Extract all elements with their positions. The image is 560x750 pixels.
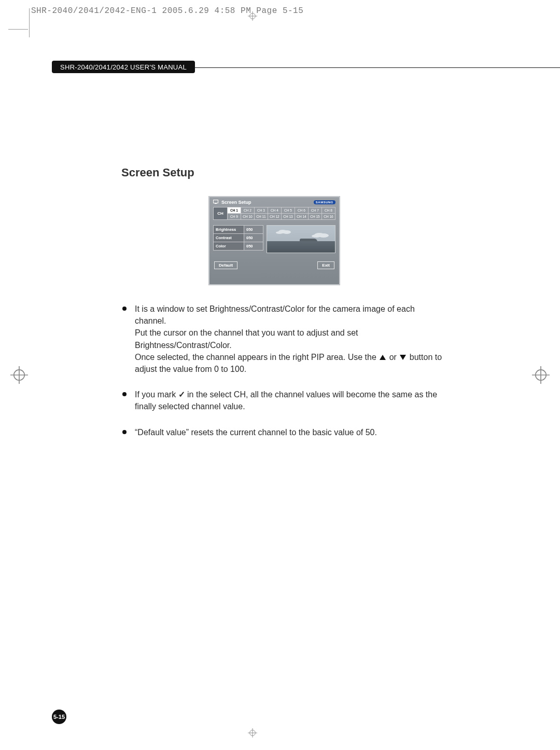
manual-title-pill: SHR-2040/2041/2042 USER'S MANUAL [52,61,195,73]
osd-title-text: Screen Setup [221,200,251,205]
pip-preview [267,225,335,253]
param-label: Contrast [213,234,244,242]
registration-mark-icon [248,11,257,21]
section-heading: Screen Setup [121,166,194,179]
list-item: If you mark ✓ in the select CH, all the … [121,388,444,412]
monitor-icon [213,200,218,205]
channel-cell[interactable]: CH 11 [255,213,268,220]
text: Put the cursor on the channel that you w… [135,328,358,349]
param-value[interactable]: 050 [244,225,263,234]
text: Once selected, the channel appears in th… [135,353,379,362]
channel-cell[interactable]: CH 13 [282,213,295,220]
osd-screenshot: Screen Setup SAMSUNG CH CH 1 CH 2 CH 3 C… [208,196,340,285]
trim-mark [29,8,30,37]
registration-mark-icon [248,728,257,738]
channel-cell[interactable]: CH 8 [322,207,335,213]
channel-cell[interactable]: CH 15 [309,213,322,220]
trim-mark [8,29,28,30]
up-arrow-icon [380,355,386,360]
text: or [389,353,399,362]
channel-cell[interactable]: CH 16 [322,213,335,220]
channel-cell[interactable]: CH 5 [282,207,295,213]
registration-mark-icon [532,366,550,384]
print-meta-header: SHR-2040/2041/2042-ENG-1 2005.6.29 4:58 … [31,6,303,16]
page-number-badge: 5-15 [52,710,66,724]
osd-title: Screen Setup [213,200,251,205]
channel-cell[interactable]: CH 3 [255,207,268,213]
param-label: Brightness [213,225,244,234]
param-value[interactable]: 050 [244,242,263,251]
channel-cell[interactable]: CH 1 [228,207,241,213]
channel-cell[interactable]: CH 12 [268,213,282,220]
ch-label: CH [213,207,228,220]
channel-cell[interactable]: CH 6 [295,207,309,213]
registration-mark-icon [10,366,28,384]
text: “Default value” resets the current chann… [135,428,377,437]
exit-button[interactable]: Exit [317,261,334,269]
svg-rect-12 [214,200,218,203]
default-button[interactable]: Default [214,261,237,269]
channel-cell[interactable]: CH 2 [241,207,255,213]
header-rule: SHR-2040/2041/2042 USER'S MANUAL [52,67,560,79]
channel-cell[interactable]: CH 7 [309,207,322,213]
list-item: It is a window to set Brightness/Contras… [121,303,444,375]
check-icon: ✓ [178,388,185,400]
down-arrow-icon [400,355,406,360]
brand-logo: SAMSUNG [314,200,335,204]
channel-cell[interactable]: CH 14 [295,213,309,220]
param-table: Brightness 050 Contrast 050 Color 050 [213,225,263,253]
param-label: Color [213,242,244,251]
param-value[interactable]: 050 [244,234,263,242]
channel-cell[interactable]: CH 10 [241,213,255,220]
channel-grid: CH 1 CH 2 CH 3 CH 4 CH 5 CH 6 CH 7 CH 8 … [228,207,335,220]
text: It is a window to set Brightness/Contras… [135,304,415,325]
channel-cell[interactable]: CH 9 [228,213,241,220]
body-text: It is a window to set Brightness/Contras… [121,303,444,452]
list-item: “Default value” resets the current chann… [121,426,444,438]
channel-cell[interactable]: CH 4 [268,207,282,213]
text: If you mark [135,390,178,399]
